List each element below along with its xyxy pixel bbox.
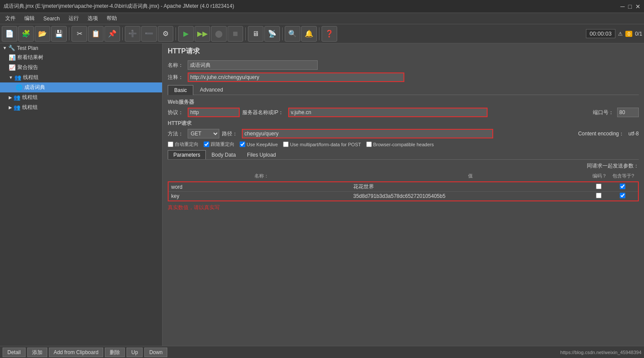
port-label: 端口号： [593,109,615,116]
auto-redirect-checkbox[interactable] [168,141,173,147]
expand-icon: ▼ [3,46,7,50]
path-input[interactable] [242,129,493,138]
server-input[interactable] [288,108,488,117]
toolbar-help-btn[interactable]: ❓ [322,26,337,42]
menu-edit[interactable]: 编辑 [21,14,38,23]
sidebar-item-threadgroup2[interactable]: ▶ 👥 线程组 [0,92,162,102]
delete-button[interactable]: 删除 [105,348,125,357]
params-send-label: 同请求一起发送参数： [168,162,639,170]
param-incl-1[interactable] [609,193,635,200]
sidebar-item-aggregate[interactable]: 📈 聚合报告 [0,62,162,72]
toolbar-cut-btn[interactable]: ✂ [72,26,87,42]
sidebar-item-threadgroup3[interactable]: ▶ 👥 线程组 [0,102,162,112]
web-server-label: Web服务器 [168,99,639,106]
minimize-icon[interactable]: ─ [621,3,625,10]
toolbar-stop-btn[interactable]: ⬤ [211,26,227,42]
auto-redirect-check[interactable]: 自动重定向 [168,141,198,148]
params-header-row: 名称： 值 编码？ 包含等于? [168,171,639,181]
toolbar-save-btn[interactable]: 💾 [51,26,67,42]
follow-redirect-checkbox[interactable] [204,141,209,147]
toolbar-shutdown-btn[interactable]: ⏹ [228,26,243,42]
param-incl-0[interactable] [609,184,635,190]
browser-headers-checkbox[interactable] [366,141,372,147]
path-label: 路径： [222,130,239,138]
title-bar-text: 成语词典.jmx (E:\jmeter\jmeter\apache-jmeter… [3,3,234,10]
sub-tab-filesupload[interactable]: Files Upload [241,150,282,159]
tab-basic[interactable]: Basic [168,85,193,95]
menu-file[interactable]: 文件 [2,14,19,23]
col-enc-header: 编码？ [589,173,610,179]
sidebar-item-threadgroup1[interactable]: ▼ 👥 线程组 [0,72,162,82]
multipart-check[interactable]: Use multipart/form-data for POST [283,141,361,147]
table-row[interactable]: word 花花世界 [169,182,638,192]
note-text: 真实数值，请以真实写 [168,204,639,211]
menu-options[interactable]: 选项 [84,14,101,23]
col-incl-header: 包含等于? [610,173,636,179]
toolbar-remote2-btn[interactable]: 📡 [264,26,280,42]
enc-checkbox-1[interactable] [596,193,602,198]
add-from-clipboard-button[interactable]: Add from Clipboard [49,348,103,357]
toolbar-remote-btn[interactable]: 🖥 [248,26,263,42]
toolbar-remove-btn[interactable]: ➖ [141,26,157,42]
toolbar-open-btn[interactable]: 📂 [35,26,50,42]
keepalive-checkbox[interactable] [240,141,245,147]
up-button[interactable]: Up [127,348,143,357]
toolbar-search-btn[interactable]: 🔍 [285,26,300,42]
sidebar-label-threadgroup1: 线程组 [23,74,39,81]
follow-redirect-check[interactable]: 跟随重定向 [204,141,234,148]
toolbar-sep1 [69,27,69,40]
table-row[interactable]: key 35d8d791b3d3a578dc652720105405b5 [169,192,638,200]
enc-checkbox-0[interactable] [596,184,602,189]
browser-headers-check[interactable]: Browser-compatible headers [366,141,434,147]
close-icon[interactable]: ✕ [635,3,641,10]
detail-button[interactable]: Detail [3,348,26,357]
aggregate-icon: 📈 [9,64,16,71]
sub-tab-bodydata[interactable]: Body Data [206,150,241,159]
menu-help[interactable]: 帮助 [103,14,120,23]
sidebar-label-testplan: Test Plan [17,45,38,51]
toolbar-sep4 [245,27,246,40]
toolbar-clear-btn[interactable]: 🔔 [301,26,317,42]
name-input[interactable] [188,60,318,70]
sub-tab-bar: Parameters Body Data Files Upload [168,150,639,160]
param-enc-0[interactable] [588,184,609,190]
multipart-checkbox[interactable] [283,141,289,147]
multipart-label: Use multipart/form-data for POST [290,142,361,147]
server-row: 协议： 服务器名称或IP： 端口号： [168,108,639,117]
toolbar-copy-btn[interactable]: 📋 [88,26,104,42]
toolbar: 📄 🧩 📂 💾 ✂ 📋 📌 ➕ ➖ ⚙ ▶ ▶▶ ⬤ ⏹ 🖥 📡 🔍 🔔 ❓ 0… [0,24,644,43]
toolbar-paste-btn[interactable]: 📌 [104,26,120,42]
menu-run[interactable]: 运行 [65,14,82,23]
toolbar-new-btn[interactable]: 📄 [2,26,17,42]
comment-label: 注释： [168,74,185,81]
main-tab-bar: Basic Advanced [168,85,639,95]
content-panel: HTTP请求 名称： 注释： Basic Advanced Web服务器 协议：… [163,43,644,346]
incl-checkbox-1[interactable] [620,193,625,198]
add-button[interactable]: 添加 [27,348,47,357]
name-row: 名称： [168,60,639,70]
maximize-icon[interactable]: □ [628,3,632,10]
sidebar-item-chengyu[interactable]: 🌐 成语词典 [0,82,162,92]
incl-checkbox-0[interactable] [620,184,625,189]
checkbox-row: 自动重定向 跟随重定向 Use KeepAlive Use multipart/… [168,141,639,148]
comment-input[interactable] [188,72,404,82]
sidebar-item-testplan[interactable]: ▼ 🔧 Test Plan [0,43,162,53]
sidebar-item-viewresults[interactable]: 📊 察看结果树 [0,53,162,62]
toolbar-add-btn[interactable]: ➕ [125,26,140,42]
tab-advanced[interactable]: Advanced [193,85,229,95]
toolbar-templates-btn[interactable]: 🧩 [18,26,34,42]
testplan-icon: 🔧 [8,45,15,51]
param-enc-1[interactable] [588,193,609,200]
menu-search[interactable]: Search [40,15,63,23]
toolbar-settings-btn[interactable]: ⚙ [158,26,173,42]
method-select[interactable]: GET POST PUT DELETE [188,129,219,138]
toolbar-start-btn[interactable]: ▶ [178,26,194,42]
protocol-input[interactable] [188,108,240,117]
down-button[interactable]: Down [144,348,167,357]
toolbar-start-nopause-btn[interactable]: ▶▶ [195,26,210,42]
threadgroup1-icon: 👥 [14,74,21,81]
keepalive-check[interactable]: Use KeepAlive [240,141,278,147]
status-url: https://blog.csdn.net/weixin_45948394 [560,350,641,355]
sub-tab-parameters[interactable]: Parameters [168,150,206,159]
port-input[interactable] [617,108,639,117]
